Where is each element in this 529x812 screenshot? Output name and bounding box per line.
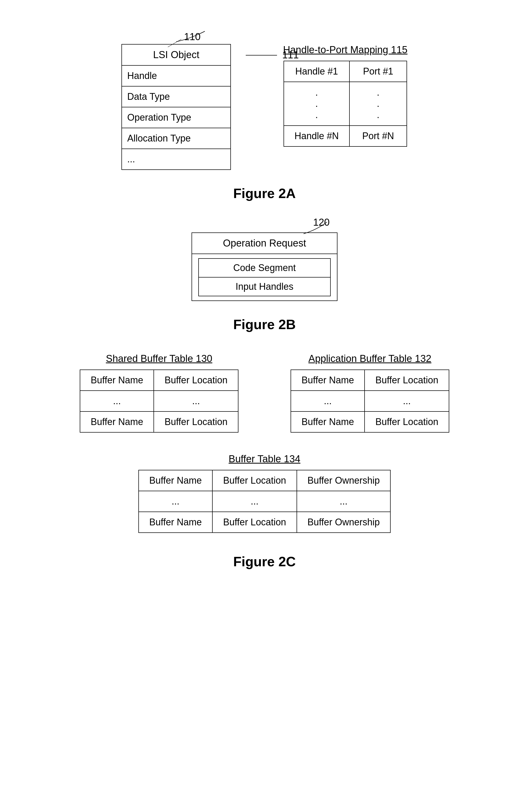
- hpm-pn: Port #N: [350, 126, 407, 146]
- bt134-r2c2: Buffer Ownership: [297, 512, 391, 533]
- bt134-row-1: ... ... ...: [138, 491, 391, 512]
- sbt-r0c0: Buffer Name: [80, 370, 154, 391]
- line-111: [246, 53, 280, 58]
- hpm-dots-col2: ...: [350, 82, 407, 126]
- abt-row-2: Buffer Name Buffer Location: [291, 411, 449, 432]
- sbt-r0c1: Buffer Location: [154, 370, 238, 391]
- lsi-field-datatype: Data Type: [122, 87, 230, 107]
- label-111-group: 111: [246, 49, 299, 61]
- sbt-r2c0: Buffer Name: [80, 411, 154, 432]
- app-buffer-section: Application Buffer Table 132 Buffer Name…: [291, 353, 449, 433]
- figure-2a-caption: Figure 2A: [233, 186, 296, 201]
- arrow-110: [174, 29, 283, 42]
- hpm-header-row: Handle #1 Port #1: [284, 61, 407, 82]
- arrow-120: [285, 219, 337, 235]
- hpm-h1: Handle #1: [284, 61, 350, 82]
- figure-2c-content: Shared Buffer Table 130 Buffer Name Buff…: [21, 353, 508, 533]
- buffer-table-134: Buffer Name Buffer Location Buffer Owner…: [138, 470, 391, 533]
- sbt-row-2: Buffer Name Buffer Location: [80, 411, 238, 432]
- bt134-r1c0: ...: [138, 491, 212, 512]
- operation-inner-box: Code Segment Input Handles: [198, 258, 331, 296]
- bt134-r0c2: Buffer Ownership: [297, 470, 391, 491]
- lsi-outer-box: LSI Object Handle Data Type Operation Ty…: [121, 44, 231, 170]
- abt-row-1: ... ...: [291, 391, 449, 411]
- page-container: 110 LSI Object Handle Data Type Operatio…: [0, 0, 529, 606]
- hpm-container: Handle-to-Port Mapping 115 Handle #1 Por…: [283, 44, 407, 147]
- shared-buffer-table: Buffer Name Buffer Location ... ... Buff…: [80, 369, 238, 433]
- figure-2b-diagram: 120 Operation Request Code Segment Input…: [192, 230, 337, 301]
- lsi-field-dots: ...: [122, 149, 230, 169]
- bt134-r1c1: ...: [212, 491, 297, 512]
- hpm-dots-row: ... ...: [284, 82, 407, 126]
- bt134-row-0: Buffer Name Buffer Location Buffer Owner…: [138, 470, 391, 491]
- hpm-hn: Handle #N: [284, 126, 350, 146]
- figure-2b-content: 120 Operation Request Code Segment Input…: [192, 222, 337, 301]
- app-buffer-title: Application Buffer Table 132: [309, 353, 431, 364]
- sbt-r2c1: Buffer Location: [154, 411, 238, 432]
- top-tables-row: Shared Buffer Table 130 Buffer Name Buff…: [80, 353, 449, 433]
- lsi-field-handle: Handle: [122, 66, 230, 87]
- buffer-table-134-section: Buffer Table 134 Buffer Name Buffer Loca…: [138, 453, 391, 533]
- app-buffer-table: Buffer Name Buffer Location ... ... Buff…: [291, 369, 449, 433]
- lsi-container: 110 LSI Object Handle Data Type Operatio…: [121, 31, 231, 170]
- inner-row-code: Code Segment: [199, 259, 330, 277]
- lsi-title: LSI Object: [122, 45, 230, 66]
- figure-2a: 110 LSI Object Handle Data Type Operatio…: [21, 16, 508, 201]
- abt-row-0: Buffer Name Buffer Location: [291, 370, 449, 391]
- sbt-r1c1: ...: [154, 391, 238, 411]
- abt-r2c0: Buffer Name: [291, 411, 365, 432]
- bt134-r1c2: ...: [297, 491, 391, 512]
- lsi-field-optype: Operation Type: [122, 107, 230, 128]
- abt-r0c0: Buffer Name: [291, 370, 365, 391]
- operation-title: Operation Request: [192, 233, 337, 254]
- lsi-field-alloctype: Allocation Type: [122, 128, 230, 149]
- figure-2c-caption: Figure 2C: [233, 554, 296, 569]
- hpm-title: Handle-to-Port Mapping 115: [283, 44, 407, 56]
- operation-outer-box: Operation Request Code Segment Input Han…: [192, 232, 337, 301]
- bt134-r0c1: Buffer Location: [212, 470, 297, 491]
- sbt-r1c0: ...: [80, 391, 154, 411]
- buffer-table-134-title: Buffer Table 134: [229, 453, 300, 465]
- shared-buffer-section: Shared Buffer Table 130 Buffer Name Buff…: [80, 353, 238, 433]
- abt-r1c0: ...: [291, 391, 365, 411]
- figure-2a-content: 110 LSI Object Handle Data Type Operatio…: [121, 16, 407, 170]
- bt134-r2c1: Buffer Location: [212, 512, 297, 533]
- label-111: 111: [282, 49, 299, 61]
- sbt-row-0: Buffer Name Buffer Location: [80, 370, 238, 391]
- abt-r2c1: Buffer Location: [365, 411, 449, 432]
- abt-r0c1: Buffer Location: [365, 370, 449, 391]
- shared-buffer-title: Shared Buffer Table 130: [106, 353, 212, 364]
- inner-row-input: Input Handles: [199, 277, 330, 296]
- hpm-p1: Port #1: [350, 61, 407, 82]
- figure-2b-caption: Figure 2B: [233, 317, 296, 332]
- abt-r1c1: ...: [365, 391, 449, 411]
- bt134-row-2: Buffer Name Buffer Location Buffer Owner…: [138, 512, 391, 533]
- hpm-dots-col1: ...: [284, 82, 350, 126]
- figure-2b: 120 Operation Request Code Segment Input…: [21, 222, 508, 332]
- bt134-r2c0: Buffer Name: [138, 512, 212, 533]
- hpm-table: Handle #1 Port #1 ... ... Ha: [283, 61, 407, 147]
- sbt-row-1: ... ...: [80, 391, 238, 411]
- bt134-r0c0: Buffer Name: [138, 470, 212, 491]
- figure-2c: Shared Buffer Table 130 Buffer Name Buff…: [21, 353, 508, 569]
- hpm-footer-row: Handle #N Port #N: [284, 126, 407, 146]
